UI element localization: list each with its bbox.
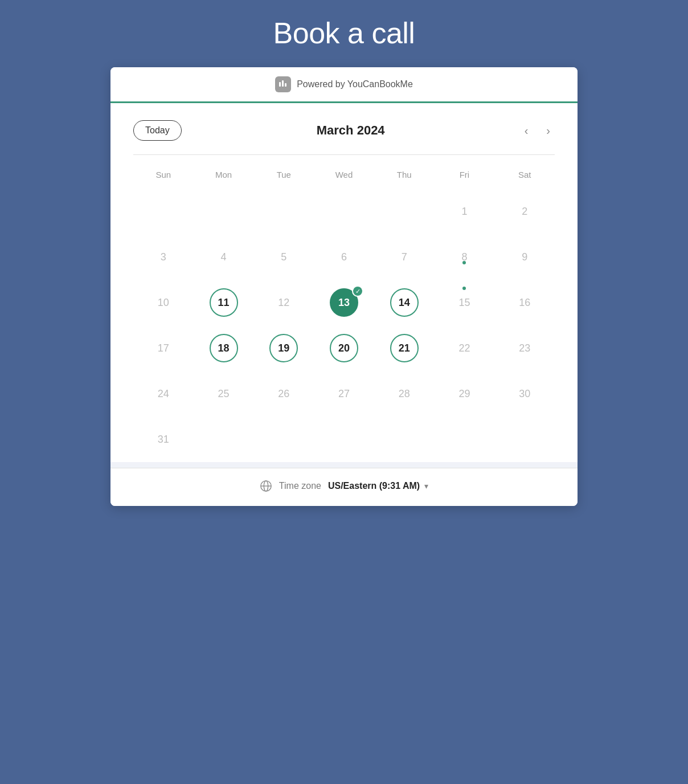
calendar-days: 123456789101112✓131415161718192021222324… <box>110 189 578 462</box>
powered-text: Powered by YouCanBookMe <box>297 79 413 89</box>
day-header-sun: Sun <box>133 164 194 189</box>
calendar-grid: Sun Mon Tue Wed Thu Fri Sat <box>133 164 555 189</box>
day-cell <box>253 189 314 234</box>
next-month-button[interactable]: › <box>542 122 555 140</box>
day-header-tue: Tue <box>253 164 314 189</box>
day-number[interactable]: 14 <box>390 288 419 317</box>
day-cell: 30 <box>494 371 555 416</box>
day-number: 4 <box>210 243 238 271</box>
chevron-down-icon: ▾ <box>424 481 428 491</box>
globe-icon <box>260 480 272 492</box>
day-number[interactable]: 20 <box>330 334 358 362</box>
day-cell: 24 <box>133 371 194 416</box>
ycbm-icon <box>275 76 291 92</box>
day-number: 22 <box>450 334 478 362</box>
day-cell: 29 <box>435 371 495 416</box>
day-cell[interactable]: 20 <box>314 325 374 371</box>
day-number: 16 <box>510 288 539 317</box>
day-number: 2 <box>510 197 539 226</box>
day-number: 27 <box>330 379 358 408</box>
day-number: 30 <box>510 379 539 408</box>
calendar-header: Today March 2024 ‹ › <box>133 120 555 141</box>
day-number: 7 <box>390 243 419 271</box>
day-number[interactable]: 21 <box>390 334 419 362</box>
day-number: 10 <box>149 288 178 317</box>
page-title: Book a call <box>262 0 427 67</box>
day-header-sat: Sat <box>494 164 555 189</box>
day-cell <box>314 189 374 234</box>
day-cell: 23 <box>494 325 555 371</box>
day-number: 17 <box>149 334 178 362</box>
day-cell <box>374 189 435 234</box>
day-number[interactable]: 18 <box>210 334 238 362</box>
nav-buttons: ‹ › <box>520 122 555 140</box>
day-header-mon: Mon <box>194 164 254 189</box>
day-cell: 4 <box>194 234 254 280</box>
day-cell: 16 <box>494 280 555 325</box>
day-cell: 27 <box>314 371 374 416</box>
day-cell: 7 <box>374 234 435 280</box>
day-cell: 2 <box>494 189 555 234</box>
day-cell: 28 <box>374 371 435 416</box>
day-number: 24 <box>149 379 178 408</box>
day-number: 31 <box>149 425 178 454</box>
day-cell[interactable]: 14 <box>374 280 435 325</box>
day-cell: 31 <box>133 416 194 462</box>
day-cell <box>133 189 194 234</box>
timezone-value: US/Eastern (9:31 AM) <box>328 481 420 491</box>
day-header-fri: Fri <box>435 164 495 189</box>
day-number[interactable]: 19 <box>269 334 298 362</box>
day-cell: 10 <box>133 280 194 325</box>
day-cell[interactable]: 21 <box>374 325 435 371</box>
day-cell <box>194 416 254 462</box>
day-number: 25 <box>210 379 238 408</box>
svg-rect-2 <box>285 83 286 87</box>
day-cell <box>374 416 435 462</box>
day-number: 1 <box>450 197 478 226</box>
day-header-thu: Thu <box>374 164 435 189</box>
calendar-body: Today March 2024 ‹ › Sun Mon Tue Wed Thu… <box>110 103 578 189</box>
day-cell <box>314 416 374 462</box>
day-header-wed: Wed <box>314 164 374 189</box>
day-cell[interactable]: ✓13 <box>314 280 374 325</box>
day-cell: 5 <box>253 234 314 280</box>
day-number: 29 <box>450 379 478 408</box>
day-cell <box>494 416 555 462</box>
day-number: 28 <box>390 379 419 408</box>
month-title: March 2024 <box>317 123 385 138</box>
calendar-container: Powered by YouCanBookMe Today March 2024… <box>110 67 578 506</box>
day-number: 26 <box>269 379 298 408</box>
day-cell: 17 <box>133 325 194 371</box>
day-cell <box>435 416 495 462</box>
day-number: 23 <box>510 334 539 362</box>
day-number: 5 <box>269 243 298 271</box>
day-cell: 15 <box>435 280 495 325</box>
day-cell: 26 <box>253 371 314 416</box>
day-number: 8 <box>450 243 478 271</box>
prev-month-button[interactable]: ‹ <box>520 122 533 140</box>
svg-rect-0 <box>279 82 281 87</box>
day-number: 9 <box>510 243 539 271</box>
day-cell <box>253 416 314 462</box>
calendar-footer: Time zone US/Eastern (9:31 AM) ▾ <box>110 468 578 506</box>
day-cell[interactable]: 18 <box>194 325 254 371</box>
day-cell: 8 <box>435 234 495 280</box>
day-number: 6 <box>330 243 358 271</box>
timezone-selector[interactable]: US/Eastern (9:31 AM) ▾ <box>328 481 428 491</box>
day-cell[interactable]: 19 <box>253 325 314 371</box>
svg-rect-1 <box>282 80 284 87</box>
timezone-label: Time zone <box>279 481 321 491</box>
day-cell: 12 <box>253 280 314 325</box>
day-number: 15 <box>450 288 478 317</box>
day-cell: 3 <box>133 234 194 280</box>
day-cell: 25 <box>194 371 254 416</box>
day-cell: 6 <box>314 234 374 280</box>
day-cell <box>194 189 254 234</box>
calendar-divider <box>133 154 555 155</box>
day-cell: 9 <box>494 234 555 280</box>
today-button[interactable]: Today <box>133 120 182 141</box>
day-number: 3 <box>149 243 178 271</box>
day-number[interactable]: 11 <box>210 288 238 317</box>
day-number: 12 <box>269 288 298 317</box>
day-cell[interactable]: 11 <box>194 280 254 325</box>
